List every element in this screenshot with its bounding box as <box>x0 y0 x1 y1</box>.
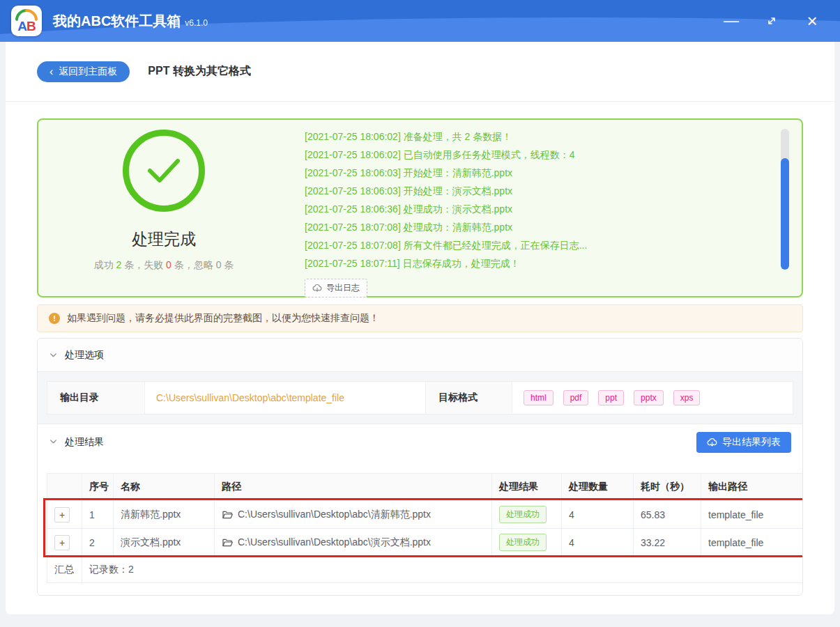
format-tag-pptx[interactable]: pptx <box>634 390 664 405</box>
cell-path: C:\Users\sullivan\Desktop\abc\演示文档.pptx <box>222 536 484 549</box>
back-button-label: 返回到主面板 <box>59 65 117 78</box>
target-format-label: 目标格式 <box>425 382 512 414</box>
scrollbar-thumb[interactable] <box>781 158 789 270</box>
log-line: [2021-07-25 18:07:11] 日志保存成功，处理完成！ <box>305 254 802 272</box>
col-output: 输出路径 <box>701 474 804 501</box>
expand-row-button[interactable]: + <box>54 507 70 522</box>
col-expand <box>47 474 82 501</box>
target-format-tags: html pdf ppt pptx xps <box>512 382 793 414</box>
minimize-icon[interactable]: — <box>723 13 740 29</box>
record-count: 记录数：2 <box>82 557 804 583</box>
close-icon[interactable]: × <box>804 13 820 29</box>
cloud-download-icon <box>707 438 717 448</box>
app-title: 我的ABC软件工具箱v6.1.0 <box>53 12 208 31</box>
titlebar: AB 我的ABC软件工具箱v6.1.0 — × <box>0 0 840 42</box>
cloud-download-icon <box>312 284 322 293</box>
log-line: [2021-07-25 18:06:36] 处理成功：演示文档.pptx <box>305 200 802 218</box>
options-body: 输出目录 C:\Users\sullivan\Desktop\abc\templ… <box>38 371 802 424</box>
export-log-label: 导出日志 <box>326 282 360 294</box>
table-row: + 2 演示文档.pptx C:\Users\sullivan\Desktop\… <box>47 529 804 557</box>
col-name: 名称 <box>114 474 215 501</box>
cell-path: C:\Users\sullivan\Desktop\abc\清新韩范.pptx <box>222 509 484 521</box>
status-badge: 处理成功 <box>499 534 547 551</box>
chevron-down-icon <box>49 437 58 448</box>
col-time: 耗时（秒） <box>634 474 701 501</box>
cell-time: 65.83 <box>634 501 701 529</box>
success-check-icon <box>123 130 205 212</box>
expand-row-button[interactable]: + <box>54 535 70 550</box>
export-results-button[interactable]: 导出结果列表 <box>696 432 791 453</box>
result-summary: 处理完成 成功 2 条，失败 0 条，忽略 0 条 <box>38 120 289 296</box>
export-results-label: 导出结果列表 <box>722 436 781 449</box>
section-header-options[interactable]: 处理选项 <box>38 339 802 371</box>
log-line: [2021-07-25 18:06:02] 已自动使用多任务处理模式，线程数：4 <box>305 146 802 164</box>
col-count: 处理数量 <box>562 474 634 501</box>
logo-letters: AB <box>17 20 35 33</box>
maximize-icon[interactable] <box>763 13 780 29</box>
page-header: ‹ 返回到主面板 PPT 转换为其它格式 <box>6 42 834 102</box>
options-section-title: 处理选项 <box>65 349 104 362</box>
results-section-title: 处理结果 <box>65 436 104 449</box>
cell-name: 清新韩范.pptx <box>114 501 215 529</box>
col-status: 处理结果 <box>492 474 562 501</box>
log-line: [2021-07-25 18:06:03] 开始处理：演示文档.pptx <box>305 182 802 200</box>
cell-index: 2 <box>82 529 114 557</box>
warning-icon: ! <box>49 313 60 324</box>
col-path: 路径 <box>215 474 492 501</box>
format-tag-pdf[interactable]: pdf <box>563 390 589 405</box>
table-footer-row: 汇总 记录数：2 <box>47 557 804 583</box>
logo-arc-icon <box>15 8 38 21</box>
folder-icon <box>222 537 233 548</box>
log-line: [2021-07-25 18:06:02] 准备处理，共 2 条数据！ <box>305 127 802 146</box>
section-header-results[interactable]: 处理结果 导出结果列表 <box>38 424 802 460</box>
cell-index: 1 <box>82 501 114 529</box>
main-card: ‹ 返回到主面板 PPT 转换为其它格式 处理完成 成功 2 条，失败 0 条，… <box>6 42 834 614</box>
warning-notice: ! 如果遇到问题，请务必提供此界面的完整截图，以便为您快速排查问题！ <box>37 304 803 332</box>
status-stats: 成功 2 条，失败 0 条，忽略 0 条 <box>94 259 234 272</box>
format-tag-html[interactable]: html <box>524 390 553 405</box>
chevron-left-icon: ‹ <box>49 66 53 77</box>
warning-text: 如果遇到问题，请务必提供此界面的完整截图，以便为您快速排查问题！ <box>67 312 379 325</box>
chevron-down-icon <box>49 350 58 359</box>
page-title: PPT 转换为其它格式 <box>148 64 251 79</box>
output-dir-value[interactable]: C:\Users\sullivan\Desktop\abc\template_f… <box>145 382 425 414</box>
table-row: + 1 清新韩范.pptx C:\Users\sullivan\Desktop\… <box>47 501 804 529</box>
output-dir-label: 输出目录 <box>47 382 145 414</box>
format-tag-xps[interactable]: xps <box>673 390 701 405</box>
log-line: [2021-07-25 18:07:08] 所有文件都已经处理完成，正在保存日志… <box>305 236 802 254</box>
cell-output: template_file <box>701 501 804 529</box>
log-output: [2021-07-25 18:06:02] 准备处理，共 2 条数据！ [202… <box>289 120 802 296</box>
summary-label: 汇总 <box>47 557 82 583</box>
window-controls: — × <box>723 13 829 29</box>
col-index: 序号 <box>82 474 114 501</box>
status-badge: 处理成功 <box>499 506 547 523</box>
table-header-row: 序号 名称 路径 处理结果 处理数量 耗时（秒） 输出路径 <box>47 474 804 501</box>
export-log-button[interactable]: 导出日志 <box>305 279 367 297</box>
log-line: [2021-07-25 18:07:08] 处理成功：清新韩范.pptx <box>305 218 802 236</box>
back-to-dashboard-button[interactable]: ‹ 返回到主面板 <box>37 61 130 82</box>
cell-name: 演示文档.pptx <box>114 529 215 557</box>
app-version: v6.1.0 <box>185 18 208 28</box>
sections-container: 处理选项 输出目录 C:\Users\sullivan\Desktop\abc\… <box>37 338 803 596</box>
format-tag-ppt[interactable]: ppt <box>598 390 624 405</box>
process-result-panel: 处理完成 成功 2 条，失败 0 条，忽略 0 条 [2021-07-25 18… <box>37 118 803 297</box>
app-logo: AB <box>11 6 42 36</box>
results-body: 序号 名称 路径 处理结果 处理数量 耗时（秒） 输出路径 + 1 清新韩范.p… <box>38 460 802 595</box>
fail-count: 0 <box>166 259 171 270</box>
folder-icon <box>222 509 233 520</box>
cell-count: 4 <box>562 529 634 557</box>
cell-time: 33.22 <box>634 529 701 557</box>
log-line: [2021-07-25 18:06:03] 开始处理：清新韩范.pptx <box>305 164 802 182</box>
log-scrollbar <box>781 129 789 270</box>
cell-output: template_file <box>701 529 804 557</box>
cell-count: 4 <box>562 501 634 529</box>
status-title: 处理完成 <box>132 229 196 250</box>
options-row: 输出目录 C:\Users\sullivan\Desktop\abc\templ… <box>47 381 793 415</box>
results-table: 序号 名称 路径 处理结果 处理数量 耗时（秒） 输出路径 + 1 清新韩范.p… <box>47 473 803 583</box>
